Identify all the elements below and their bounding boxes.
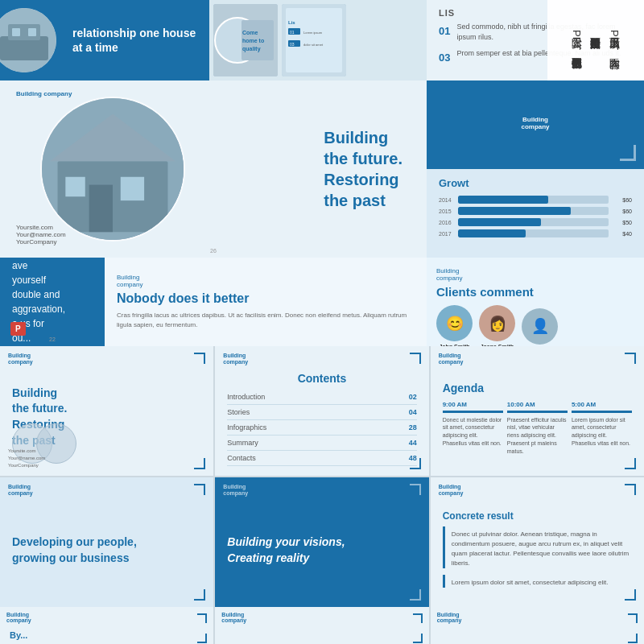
bar-fill-2 (458, 207, 571, 215)
house-image (42, 98, 184, 240)
bottom-cell-1[interactable]: Buildingcompany By... (0, 607, 213, 644)
grid-cell-agenda[interactable]: Buildingcompany Agenda 9:00 AM Donec ut … (431, 346, 644, 476)
corner-tl-4 (194, 484, 205, 495)
svg-text:Lis: Lis (288, 20, 295, 25)
contents-name-2: Stories (227, 408, 250, 416)
corner-tr-b2 (413, 613, 423, 623)
grid-brand-3: Buildingcompany (439, 353, 464, 366)
bar-track-3 (458, 218, 609, 226)
corner-br-6 (625, 589, 636, 601)
mid-brand: Buildingcompany (117, 274, 415, 288)
avatar-circle-3: 👤 (522, 308, 558, 345)
grid-cell-contents[interactable]: Buildingcompany Contents Introduction 02… (215, 346, 428, 476)
corner-tl-5 (410, 484, 421, 495)
bar-row-1: 2014 $60 (439, 196, 632, 204)
corner-br-b3 (628, 634, 638, 643)
client-avatar-1: 😊 John Smith (436, 305, 473, 349)
side-slide-bottom: Growt 2014 $60 2015 $60 2016 (427, 169, 644, 258)
list-num-2: 03 (439, 48, 450, 67)
avatar-circle-2: 👩 (479, 305, 515, 341)
corner-tl-2 (410, 353, 421, 364)
bar-label-3: 2016 (439, 220, 455, 225)
main-slide-row: Building company Building the future. Re… (0, 80, 644, 258)
svg-rect-25 (65, 177, 85, 196)
top-left-circle (0, 8, 56, 72)
chinese-text-content: 以下展示为PPT实际内容 直接点击图片占位符即可添加图片 实际PPT不包含预览图… (568, 30, 624, 50)
corner-tl-1 (194, 353, 205, 364)
grid-cell-visions[interactable]: Buildingcompany Building your visions,Cr… (215, 477, 428, 607)
clients-title: Clients comment (436, 285, 634, 299)
bottom-cell-3[interactable]: Buildingcompany (431, 607, 644, 644)
bar-value-4: $40 (612, 231, 632, 237)
svg-rect-23 (89, 185, 113, 233)
svg-rect-4 (28, 28, 36, 36)
grid-title-4: Developing our people,growing our busine… (12, 535, 201, 566)
client-avatar-2: 👩 Joana Smith (479, 305, 515, 349)
agenda-desc-2: Praesent efficitur iaculis nisl, vitae v… (507, 416, 568, 456)
top-center-panel: Comehome toquality Lis01Lorem ipsum03dol… (209, 0, 427, 80)
corner-br-5 (410, 589, 421, 601)
corner-br-2 (410, 458, 421, 469)
corner-br-b2 (413, 634, 423, 643)
brand-top: Buildingcompany (521, 116, 549, 130)
result-text-2: Lorem ipsum dolor sit amet, consectetur … (452, 578, 632, 588)
bottom-brand-3: Buildingcompany (437, 612, 462, 623)
bottom-cell-2[interactable]: Buildingcompany (215, 607, 428, 644)
bar-row-2: 2015 $60 (439, 207, 632, 215)
contents-item-4: Summary 44 (227, 436, 416, 451)
bar-chart: 2014 $60 2015 $60 2016 (439, 196, 632, 237)
bar-fill-3 (458, 218, 541, 226)
side-slide-top: Buildingcompany (427, 80, 644, 169)
page-num-mid: 22 (49, 336, 56, 342)
slide-thumbnail-2[interactable]: Lis01Lorem ipsum03dolor sit amet (282, 4, 346, 76)
svg-text:Come: Come (242, 30, 258, 35)
agenda-col-2: 10:00 AM Praesent efficitur iaculis nisl… (507, 401, 568, 456)
svg-text:01: 01 (290, 30, 295, 35)
page-number: 26 (210, 248, 217, 254)
middle-section: aveyourselfdouble andaggravation,e us fo… (0, 258, 644, 346)
bottom-grid: Buildingcompany Buildingthe future.Resto… (0, 346, 644, 607)
avatar-img-2: 👩 (479, 305, 515, 341)
agenda-time-3: 5:00 AM (572, 401, 632, 408)
contents-name-5: Contacts (227, 454, 256, 462)
bar-value-3: $50 (612, 220, 632, 225)
contents-num-1: 02 (409, 393, 417, 401)
bar-value-2: $60 (612, 208, 632, 214)
avatar-img-1: 😊 (436, 305, 473, 341)
growth-title: Growt (439, 177, 632, 189)
agenda-time-2: 10:00 AM (507, 401, 568, 408)
contents-num-4: 44 (409, 439, 417, 447)
result-text-1: Donec ut pulvinar dolor. Aenean tristiqu… (452, 530, 632, 568)
contents-item-1: Introduction 02 (227, 390, 416, 405)
bar-label-1: 2014 (439, 197, 455, 203)
grid-cell-concrete[interactable]: Buildingcompany Concrete result Donec ut… (431, 477, 644, 607)
nobody-title: Nobody does it better (117, 291, 415, 306)
mid-right-brand: Buildingcompany (436, 267, 634, 282)
mid-right-panel: Buildingcompany Clients comment 😊 John S… (427, 258, 644, 346)
bottom-brand-2: Buildingcompany (221, 612, 246, 623)
list-num-1: 01 (439, 22, 450, 42)
top-right-panel: Lis 01 Sed commodo, nibh ut fringilla eg… (427, 0, 644, 80)
corner-tr-b3 (628, 613, 638, 623)
result-block-2: Lorem ipsum dolor sit amet, consectetur … (443, 575, 632, 588)
contents-item-2: Stories 04 (227, 405, 416, 420)
agenda-bar-2 (507, 411, 568, 413)
grid-cell-developing[interactable]: Buildingcompany Developing our people,gr… (0, 477, 213, 607)
bar-fill-4 (458, 229, 526, 237)
bar-value-1: $60 (612, 197, 632, 203)
result-block-1: Donec ut pulvinar dolor. Aenean tristiqu… (443, 526, 632, 568)
slide-thumbnail-1[interactable]: Comehome toquality (213, 4, 278, 76)
contents-name-4: Summary (227, 439, 258, 447)
ppt-watermark: P (10, 322, 26, 336)
house-circle (40, 97, 185, 242)
agenda-title: Agenda (443, 382, 632, 394)
svg-rect-3 (12, 28, 20, 36)
corner-br-1 (194, 458, 205, 469)
svg-rect-24 (121, 177, 144, 200)
grid-cell-building-future[interactable]: Buildingcompany Buildingthe future.Resto… (0, 346, 213, 476)
bottom-brand-1: Buildingcompany (6, 612, 31, 623)
contents-item-5: Contacts 48 (227, 451, 416, 466)
main-slide-logo: Building company (16, 90, 72, 97)
header-left-text: relationship one house at a time (72, 26, 197, 55)
corner-tl-3 (625, 353, 636, 364)
